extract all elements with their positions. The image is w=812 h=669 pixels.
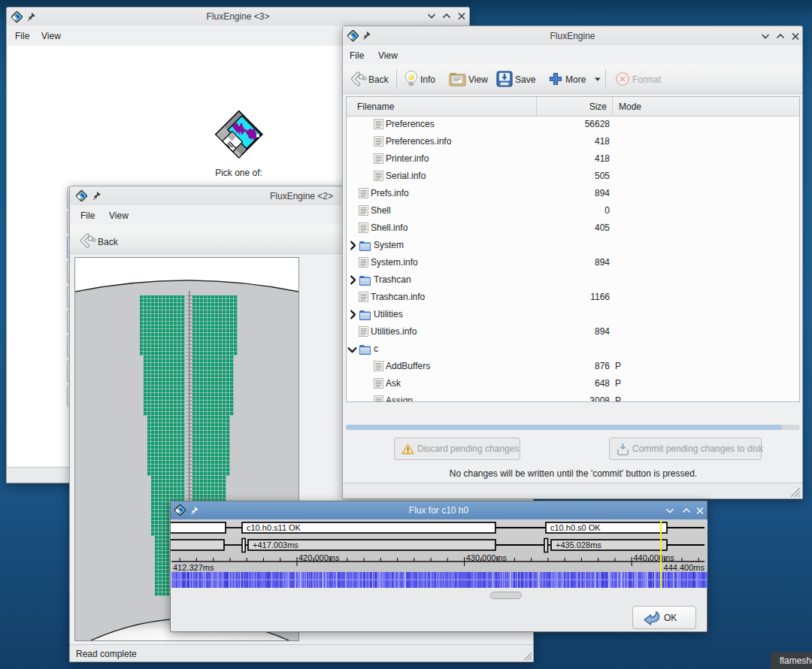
svg-text:c10.h0.s0 OK: c10.h0.s0 OK (550, 523, 601, 532)
svg-text:420.000ms: 420.000ms (298, 554, 340, 562)
svg-text:+417.003ms: +417.003ms (253, 540, 298, 549)
svg-text:+435.028ms: +435.028ms (556, 540, 601, 549)
svg-text:412.327ms: 412.327ms (173, 563, 214, 572)
svg-text:430.000ms: 430.000ms (466, 554, 508, 562)
svg-text:440.000ms: 440.000ms (633, 554, 674, 562)
svg-text:c10.h0.s11 OK: c10.h0.s11 OK (247, 523, 301, 532)
svg-text:444.400ms: 444.400ms (664, 563, 705, 572)
